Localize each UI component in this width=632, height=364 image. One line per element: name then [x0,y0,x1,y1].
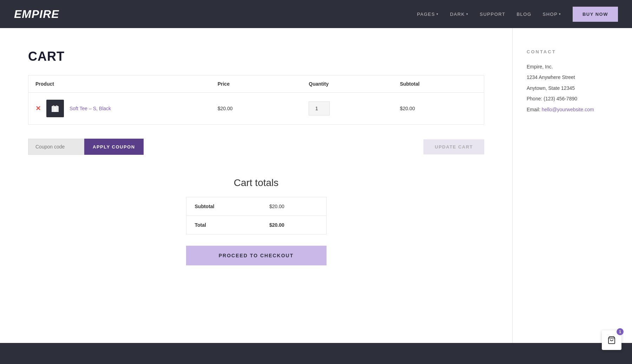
email-line: Email: hello@yourwebsite.com [527,106,618,113]
chevron-down-icon: ▾ [466,12,469,16]
cart-icon [607,336,616,344]
sidebar: CONTACT Empire, Inc. 1234 Anywhere Stree… [513,28,632,343]
total-row: Total $20.00 [186,216,326,234]
cart-title: CART [28,49,484,64]
total-label: Total [186,216,261,234]
subtotal-amount: $20.00 [261,197,326,216]
phone-number: (123) 456-7890 [544,96,577,101]
chevron-down-icon: ▾ [559,12,561,16]
cart-table: Product Price Quantity Subtotal ✕ [28,75,484,125]
page-wrapper: CART Product Price Quantity Subtotal ✕ [0,28,632,343]
nav-item-shop[interactable]: SHOP ▾ [543,12,561,17]
table-row: ✕ Soft Tee – S, Black [28,93,484,125]
nav-item-pages[interactable]: PAGES ▾ [417,12,439,17]
footer [0,343,632,364]
product-thumbnail [46,100,64,117]
subtotal-cell: $20.00 [393,93,484,125]
coupon-input[interactable] [28,139,84,155]
phone-line: Phone: (123) 456-7890 [527,95,618,102]
header: EMPIRE PAGES ▾ DARK ▾ SUPPORT BLOG SHOP … [0,0,632,28]
svg-rect-0 [54,106,57,112]
total-amount: $20.00 [261,216,326,234]
col-header-subtotal: Subtotal [393,75,484,93]
coupon-section: APPLY COUPON [28,139,144,155]
company-name: Empire, Inc. [527,63,618,71]
col-header-quantity: Quantity [302,75,393,93]
apply-coupon-button[interactable]: APPLY COUPON [84,139,144,155]
nav-item-dark[interactable]: DARK ▾ [450,12,469,17]
cart-totals-title: Cart totals [186,177,327,188]
address-line1: 1234 Anywhere Street [527,73,618,81]
cart-count-badge: 1 [617,328,624,335]
floating-cart-button[interactable]: 1 [602,330,621,350]
logo[interactable]: EMPIRE [14,8,59,21]
email-link[interactable]: hello@yourwebsite.com [542,107,594,112]
nav-item-support[interactable]: SUPPORT [480,12,505,17]
cart-actions: APPLY COUPON UPDATE CART [28,133,484,160]
update-cart-button[interactable]: UPDATE CART [423,139,484,154]
totals-table: Subtotal $20.00 Total $20.00 [186,197,327,234]
chevron-down-icon: ▾ [436,12,439,16]
checkout-button[interactable]: PROCEED TO CHECKOUT [186,246,327,265]
remove-item-button[interactable]: ✕ [35,105,41,112]
main-content: CART Product Price Quantity Subtotal ✕ [0,28,513,343]
nav: PAGES ▾ DARK ▾ SUPPORT BLOG SHOP ▾ BUY N… [417,7,618,22]
nav-item-blog[interactable]: BLOG [516,12,531,17]
cart-badge-wrapper: 1 [602,330,621,350]
subtotal-label: Subtotal [186,197,261,216]
price-cell: $20.00 [211,93,302,125]
buy-now-button[interactable]: BUY NOW [573,7,618,22]
address-line2: Anytown, State 12345 [527,84,618,92]
subtotal-row: Subtotal $20.00 [186,197,326,216]
product-name-link[interactable]: Soft Tee – S, Black [70,106,111,111]
quantity-input[interactable] [309,101,330,115]
contact-info: Empire, Inc. 1234 Anywhere Street Anytow… [527,63,618,113]
col-header-price: Price [211,75,302,93]
email-label: Email: [527,107,540,112]
product-cell: ✕ Soft Tee – S, Black [28,93,211,125]
quantity-cell [302,93,393,125]
cart-totals: Cart totals Subtotal $20.00 Total $20.00… [186,177,327,265]
phone-label: Phone: [527,96,542,101]
contact-title: CONTACT [527,49,618,54]
col-header-product: Product [28,75,211,93]
